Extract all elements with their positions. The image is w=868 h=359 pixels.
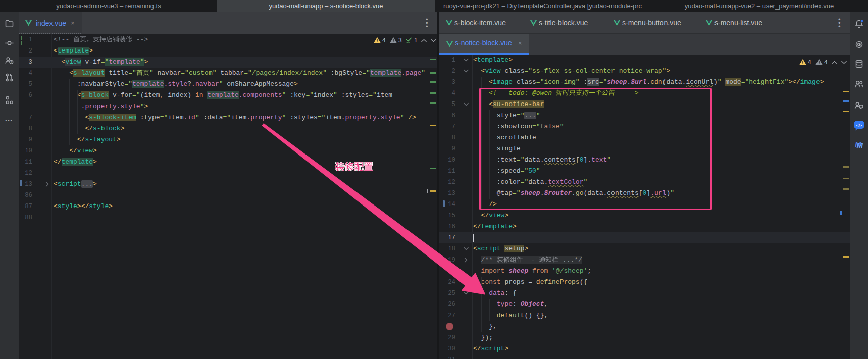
svg-text:?: ? — [11, 61, 12, 64]
svg-text:</>: </> — [856, 123, 862, 128]
svg-text:M: M — [857, 141, 863, 149]
